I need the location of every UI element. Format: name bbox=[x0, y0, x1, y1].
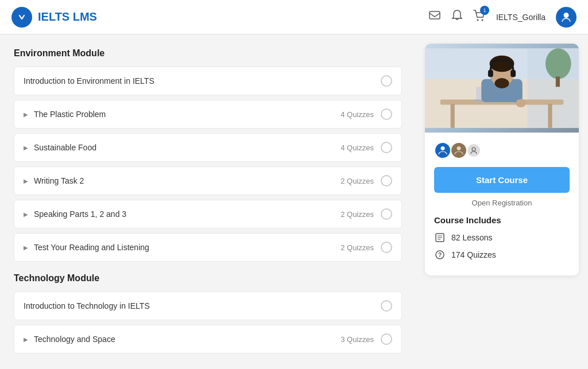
completion-circle bbox=[381, 300, 392, 312]
completion-circle bbox=[381, 75, 392, 87]
svg-point-20 bbox=[516, 99, 526, 107]
svg-rect-8 bbox=[556, 76, 560, 87]
main-content: Environment Module Introduction to Envir… bbox=[0, 34, 588, 369]
quiz-count: 2 Quizzes bbox=[341, 210, 374, 219]
list-item[interactable]: Introduction to Technology in IELTS bbox=[14, 292, 402, 320]
chevron-right-icon: ▶ bbox=[24, 211, 28, 217]
completion-circle bbox=[381, 108, 392, 120]
left-panel: Environment Module Introduction to Envir… bbox=[0, 34, 416, 369]
svg-point-7 bbox=[546, 48, 571, 79]
list-item[interactable]: ▶ Speaking Parts 1, 2 and 3 2 Quizzes bbox=[14, 200, 402, 228]
cart-icon[interactable]: 1 bbox=[473, 9, 486, 25]
svg-rect-19 bbox=[510, 70, 516, 77]
lessons-item: 82 Lessons bbox=[434, 232, 570, 243]
quizzes-icon: ? bbox=[434, 249, 446, 261]
user-avatar[interactable] bbox=[556, 7, 577, 28]
item-label: Sustainable Food bbox=[34, 143, 341, 152]
logo-area: IELTS LMS bbox=[11, 7, 97, 28]
completion-circle bbox=[381, 208, 392, 220]
lessons-icon bbox=[434, 232, 446, 243]
item-label: Technology and Space bbox=[34, 335, 341, 344]
quizzes-item: ? 174 Quizzes bbox=[434, 249, 570, 261]
chevron-right-icon: ▶ bbox=[24, 336, 28, 343]
quiz-count: 2 Quizzes bbox=[341, 243, 374, 252]
technology-module-title: Technology Module bbox=[14, 273, 402, 283]
chevron-right-icon: ▶ bbox=[24, 178, 28, 184]
completion-circle bbox=[381, 242, 392, 253]
course-card: Start Course Open Registration Course In… bbox=[425, 44, 579, 275]
notification-icon[interactable] bbox=[451, 9, 463, 25]
right-panel: Start Course Open Registration Course In… bbox=[416, 34, 588, 369]
svg-rect-18 bbox=[488, 70, 493, 77]
list-item[interactable]: ▶ Sustainable Food 4 Quizzes bbox=[14, 133, 402, 162]
quiz-count: 4 Quizzes bbox=[341, 143, 374, 152]
environment-module-title: Environment Module bbox=[14, 48, 402, 59]
list-item[interactable]: ▶ Writing Task 2 2 Quizzes bbox=[14, 166, 402, 195]
chevron-right-icon: ▶ bbox=[24, 111, 28, 118]
course-includes-title: Course Includes bbox=[434, 215, 570, 225]
completion-circle bbox=[381, 142, 392, 153]
list-item[interactable]: Introduction to Environment in IELTS bbox=[14, 67, 402, 95]
item-label: Speaking Parts 1, 2 and 3 bbox=[34, 209, 341, 219]
quiz-count: 4 Quizzes bbox=[341, 110, 374, 119]
header: IELTS LMS 1 IELTS_Gorilla bbox=[0, 0, 588, 34]
course-image bbox=[425, 44, 579, 133]
quiz-count: 2 Quizzes bbox=[341, 177, 374, 185]
item-label: Test Your Reading and Listening bbox=[34, 243, 341, 252]
list-item[interactable]: ▶ Technology and Space 3 Quizzes bbox=[14, 325, 402, 354]
open-registration-text: Open Registration bbox=[434, 199, 570, 207]
quizzes-count: 174 Quizzes bbox=[451, 250, 496, 259]
start-course-button[interactable]: Start Course bbox=[434, 167, 570, 193]
username: IELTS_Gorilla bbox=[496, 13, 546, 22]
card-body: Start Course Open Registration Course In… bbox=[425, 133, 579, 275]
item-label: Introduction to Technology in IELTS bbox=[24, 301, 381, 310]
svg-point-3 bbox=[481, 20, 483, 21]
quiz-count: 3 Quizzes bbox=[341, 335, 374, 344]
chevron-right-icon: ▶ bbox=[24, 244, 28, 251]
list-item[interactable]: ▶ Test Your Reading and Listening 2 Quiz… bbox=[14, 233, 402, 262]
svg-rect-10 bbox=[451, 104, 455, 128]
item-label: Introduction to Environment in IELTS bbox=[24, 76, 381, 86]
item-label: The Plastic Problem bbox=[34, 110, 341, 119]
completion-circle bbox=[381, 175, 392, 187]
svg-point-2 bbox=[477, 20, 478, 21]
list-item[interactable]: ▶ The Plastic Problem 4 Quizzes bbox=[14, 100, 402, 129]
chevron-right-icon: ▶ bbox=[24, 145, 28, 151]
instructor-avatar-3 bbox=[466, 143, 481, 158]
svg-point-21 bbox=[472, 147, 475, 151]
completion-circle bbox=[381, 333, 392, 345]
svg-rect-1 bbox=[430, 11, 440, 19]
instructor-avatar-2 bbox=[450, 142, 467, 159]
message-icon[interactable] bbox=[428, 9, 441, 25]
header-right: 1 IELTS_Gorilla bbox=[428, 7, 577, 28]
svg-rect-11 bbox=[548, 104, 552, 128]
svg-point-0 bbox=[16, 11, 28, 23]
instructor-avatar-1 bbox=[434, 142, 451, 159]
instructor-avatars bbox=[434, 142, 570, 159]
lessons-count: 82 Lessons bbox=[451, 233, 493, 242]
svg-text:?: ? bbox=[438, 252, 442, 258]
logo-icon bbox=[11, 7, 32, 28]
svg-point-17 bbox=[494, 78, 509, 88]
item-label: Writing Task 2 bbox=[34, 176, 341, 185]
cart-badge: 1 bbox=[480, 6, 489, 15]
logo-text: IELTS LMS bbox=[38, 10, 97, 24]
